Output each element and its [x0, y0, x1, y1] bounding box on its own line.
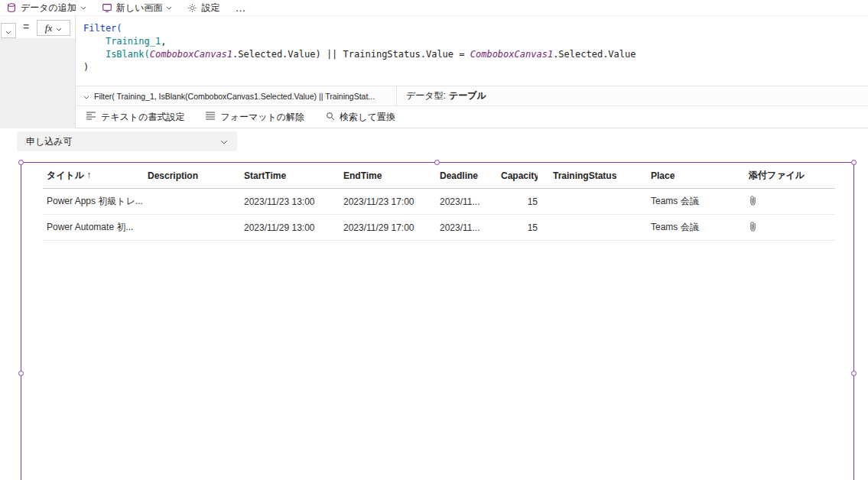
code-line: )	[83, 61, 868, 74]
sort-ascending-icon: ↑	[86, 170, 91, 180]
fx-dropdown[interactable]: fx	[37, 20, 70, 36]
new-screen-button[interactable]: 新しい画面	[102, 2, 173, 15]
code-line: IsBlank(ComboboxCanvas1.Selected.Value) …	[83, 48, 868, 61]
cell-endtime: 2023/11/29 17:00	[343, 222, 440, 233]
add-data-label: データの追加	[21, 2, 76, 15]
status-combobox[interactable]: 申し込み可	[17, 131, 237, 151]
cell-endtime: 2023/11/23 17:00	[343, 196, 440, 207]
cell-deadline: 2023/11...	[440, 196, 501, 207]
find-replace-button[interactable]: 検索して置換	[326, 111, 395, 124]
data-type-value: テーブル	[449, 89, 486, 102]
paperclip-icon	[749, 198, 757, 209]
gear-icon	[187, 3, 197, 13]
add-data-button[interactable]: データの追加	[6, 2, 86, 15]
cell-capacity: 15	[501, 222, 538, 233]
cell-deadline: 2023/11...	[440, 222, 501, 233]
more-icon: …	[235, 2, 246, 14]
cell-capacity: 15	[501, 196, 538, 207]
chevron-down-icon	[5, 24, 11, 37]
col-header-starttime[interactable]: StartTime	[244, 170, 343, 181]
property-dropdown[interactable]	[1, 23, 16, 38]
chevron-down-icon	[80, 6, 86, 10]
format-text-icon	[86, 112, 96, 122]
data-type-badge: データ型: テーブル	[397, 89, 486, 102]
col-header-deadline[interactable]: Deadline	[440, 170, 501, 181]
col-header-place[interactable]: Place	[651, 170, 736, 181]
paperclip-icon	[749, 224, 757, 235]
new-screen-label: 新しい画面	[116, 2, 163, 15]
cell-place: Teams 会議	[651, 195, 736, 208]
settings-label: 設定	[201, 2, 219, 15]
new-screen-icon	[102, 2, 112, 13]
col-header-endtime[interactable]: EndTime	[343, 170, 440, 181]
data-type-label: データ型:	[406, 89, 446, 102]
equals-sign: =	[23, 21, 29, 33]
formula-summary-bar: Filter( Training_1, IsBlank(ComboboxCanv…	[75, 86, 868, 106]
format-text-label: テキストの書式設定	[101, 111, 184, 124]
col-header-trainingstatus[interactable]: TrainingStatus	[553, 170, 651, 181]
col-header-attachments[interactable]: 添付ファイル	[736, 169, 835, 182]
more-commands-button[interactable]: …	[235, 2, 246, 14]
powerapps-studio: データの追加 新しい画面 設定 …	[0, 0, 868, 480]
resize-handle[interactable]	[18, 371, 24, 376]
find-replace-label: 検索して置換	[340, 111, 395, 124]
format-text-button[interactable]: テキストの書式設定	[86, 111, 184, 124]
chevron-down-icon[interactable]	[83, 92, 89, 101]
cell-place: Teams 会議	[651, 221, 736, 234]
cell-attachment[interactable]	[736, 195, 835, 209]
training-table: タイトル↑ Description StartTime EndTime Dead…	[21, 163, 853, 241]
cell-title: Power Automate 初...	[47, 221, 148, 234]
collapsed-formula[interactable]: Filter( Training_1, IsBlank(ComboboxCanv…	[76, 86, 396, 105]
remove-formatting-icon	[206, 112, 216, 122]
add-data-icon	[6, 2, 17, 13]
cell-title: Power Apps 初級トレ...	[47, 195, 148, 208]
search-icon	[326, 112, 335, 123]
remove-formatting-button[interactable]: フォーマットの解除	[206, 111, 304, 124]
col-header-capacity[interactable]: Capacity	[501, 170, 538, 181]
table-row[interactable]: Power Apps 初級トレ... 2023/11/23 13:00 2023…	[43, 189, 835, 215]
data-table-control[interactable]: タイトル↑ Description StartTime EndTime Dead…	[21, 162, 854, 480]
code-line: Filter(	[83, 22, 868, 35]
chevron-down-icon	[56, 23, 62, 34]
remove-formatting-label: フォーマットの解除	[220, 111, 304, 124]
combobox-value: 申し込み可	[26, 135, 73, 148]
top-toolbar: データの追加 新しい画面 設定 …	[0, 0, 868, 16]
table-row[interactable]: Power Automate 初... 2023/11/29 13:00 202…	[43, 215, 835, 241]
code-line: Training_1,	[83, 35, 868, 48]
collapsed-formula-text: Filter( Training_1, IsBlank(ComboboxCanv…	[94, 92, 375, 101]
format-toolbar: テキストの書式設定 フォーマットの解除 検索して置換	[75, 106, 868, 128]
resize-handle[interactable]	[851, 371, 857, 376]
table-header-row: タイトル↑ Description StartTime EndTime Dead…	[43, 163, 835, 189]
chevron-down-icon	[166, 6, 172, 10]
formula-code[interactable]: Filter( Training_1, IsBlank(ComboboxCanv…	[75, 16, 868, 86]
cell-starttime: 2023/11/23 13:00	[244, 196, 343, 207]
chevron-down-icon	[220, 136, 228, 147]
cell-starttime: 2023/11/29 13:00	[244, 222, 343, 233]
cell-attachment[interactable]	[736, 221, 835, 235]
col-header-title[interactable]: タイトル↑	[47, 169, 148, 182]
col-header-description[interactable]: Description	[148, 170, 244, 181]
formula-bar-controls: = fx	[0, 16, 75, 38]
fx-label: fx	[45, 22, 52, 34]
settings-button[interactable]: 設定	[187, 2, 219, 15]
left-rail	[0, 38, 75, 128]
